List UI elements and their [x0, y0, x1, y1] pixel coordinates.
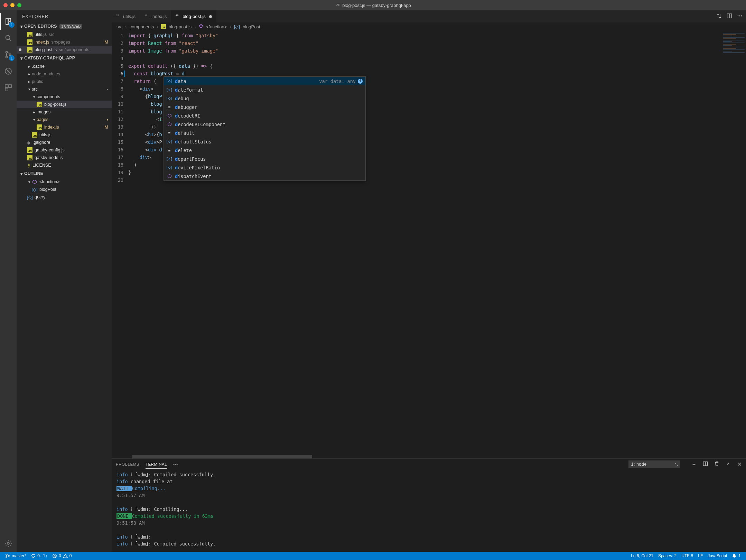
- folder-item[interactable]: ▾components: [17, 93, 112, 101]
- breadcrumb-item[interactable]: blog-post.js: [169, 24, 192, 29]
- outline-list: ▾<function>[◇]blogPost[◇]query: [17, 177, 112, 202]
- suggestion-item[interactable]: [◇]departFocus: [164, 155, 365, 163]
- suggestion-item[interactable]: ≣debugger: [164, 103, 365, 111]
- close-window-button[interactable]: [3, 3, 8, 7]
- notifications[interactable]: 1: [729, 552, 743, 560]
- tab-label: utils.js: [123, 14, 136, 19]
- split-editor-icon[interactable]: [727, 13, 732, 20]
- folder-item[interactable]: ▾pages●: [17, 116, 112, 123]
- settings-button[interactable]: [0, 535, 17, 552]
- file-item[interactable]: ◆.gitignore: [17, 139, 112, 146]
- extensions-view-button[interactable]: [0, 80, 17, 96]
- folder-item[interactable]: ▸.cache: [17, 63, 112, 70]
- suggestion-item[interactable]: [◇]defaultStatus: [164, 137, 365, 146]
- git-branch-status[interactable]: master*: [3, 552, 28, 560]
- minimap[interactable]: [722, 31, 746, 455]
- breadcrumb-item[interactable]: src: [116, 24, 122, 29]
- sync-status[interactable]: 0↓ 1↑: [28, 552, 50, 560]
- outline-item[interactable]: [◇]query: [17, 193, 112, 201]
- info-icon[interactable]: i: [358, 79, 363, 84]
- minimize-window-button[interactable]: [10, 3, 15, 7]
- more-panel-tabs-icon[interactable]: •••: [173, 460, 178, 468]
- outline-item[interactable]: [◇]blogPost: [17, 186, 112, 193]
- chevron-down-icon: ▾: [32, 95, 37, 99]
- maximize-window-button[interactable]: [17, 3, 21, 7]
- eol[interactable]: LF: [696, 552, 705, 560]
- open-editor-item[interactable]: JSutils.jssrc: [17, 31, 112, 38]
- open-editor-item[interactable]: JSindex.jssrc/pagesM: [17, 38, 112, 46]
- chevron-down-icon: ▾: [27, 87, 32, 92]
- svg-point-0: [6, 36, 10, 40]
- license-file-icon: ⚷: [27, 163, 30, 168]
- language-mode[interactable]: JavaScript: [705, 552, 729, 560]
- compare-changes-icon[interactable]: [716, 13, 722, 20]
- indentation[interactable]: Spaces: 2: [656, 552, 679, 560]
- suggestion-label: dateFormat: [175, 87, 203, 93]
- explorer-view-button[interactable]: 1: [0, 13, 17, 30]
- terminal-selector[interactable]: 1: node: [628, 460, 680, 468]
- breadcrumb-item[interactable]: components: [130, 24, 154, 29]
- scm-view-button[interactable]: 1: [0, 46, 17, 63]
- breadcrumb-item[interactable]: <function>: [206, 24, 227, 29]
- problems-status[interactable]: 0 0: [50, 552, 74, 560]
- cursor-position[interactable]: Ln 6, Col 21: [628, 552, 656, 560]
- suggestion-label: debugger: [175, 104, 197, 110]
- more-actions-icon[interactable]: [737, 13, 743, 20]
- suggestion-label: decodeURIComponent: [175, 122, 225, 127]
- file-item[interactable]: ⚷LICENSE: [17, 161, 112, 169]
- file-item[interactable]: JSblog-post.js: [17, 101, 112, 108]
- folder-item[interactable]: ▸images: [17, 108, 112, 116]
- file-item[interactable]: JSgatsby-config.js: [17, 146, 112, 154]
- breadcrumbs[interactable]: src › components › JS blog-post.js › <fu…: [112, 22, 746, 31]
- suggestion-item[interactable]: [◇]debug: [164, 94, 365, 103]
- suggestion-item[interactable]: [◇]datavar data: any i: [164, 77, 365, 85]
- folder-item[interactable]: ▸node_modules: [17, 70, 112, 78]
- chevron-right-icon: ›: [157, 24, 158, 29]
- suggestion-item[interactable]: ≣default: [164, 129, 365, 137]
- search-view-button[interactable]: [0, 30, 17, 46]
- problems-tab[interactable]: PROBLEMS: [116, 460, 139, 468]
- kill-terminal-icon[interactable]: [714, 461, 719, 467]
- folder-item[interactable]: ▾src●: [17, 85, 112, 93]
- suggestion-item[interactable]: dispatchEvent: [164, 172, 365, 180]
- file-path: src: [49, 32, 55, 37]
- suggestion-item[interactable]: decodeURI: [164, 111, 365, 120]
- file-name: index.js: [44, 125, 59, 130]
- file-item[interactable]: JSgatsby-node.js: [17, 154, 112, 161]
- file-name: gatsby-config.js: [35, 148, 65, 152]
- suggestion-item[interactable]: [◇]devicePixelRatio: [164, 163, 365, 172]
- breadcrumb-item[interactable]: blogPost: [243, 24, 260, 29]
- suggestion-item[interactable]: decodeURIComponent: [164, 120, 365, 129]
- folder-item[interactable]: ▸public: [17, 78, 112, 85]
- project-header[interactable]: ▾ GATSBY-GRAPHQL-APP: [17, 54, 112, 62]
- new-terminal-icon[interactable]: ＋: [691, 461, 697, 468]
- suggestion-item[interactable]: [◇]dateFormat: [164, 85, 365, 94]
- file-item[interactable]: JSutils.js: [17, 131, 112, 139]
- close-panel-icon[interactable]: ✕: [737, 461, 742, 467]
- horizontal-scrollbar[interactable]: [112, 455, 746, 458]
- maximize-panel-icon[interactable]: ＾: [726, 461, 731, 468]
- js-file-icon: JS: [27, 39, 32, 45]
- split-terminal-icon[interactable]: [703, 461, 708, 467]
- chevron-down-icon: ▾: [19, 171, 24, 176]
- git-status: M: [105, 125, 108, 130]
- editor-tab[interactable]: JSblog-post.js: [171, 10, 216, 22]
- open-editors-header[interactable]: ▾ OPEN EDITORS 1 UNSAVED: [17, 22, 112, 30]
- scrollbar-thumb[interactable]: [132, 455, 312, 458]
- code-editor[interactable]: 1234567891011121314151617181920 import {…: [112, 31, 746, 455]
- terminal-line: 9:51:58 AM: [116, 520, 741, 526]
- autocomplete-popup[interactable]: [◇]datavar data: any i[◇]dateFormat[◇]de…: [164, 76, 366, 181]
- open-editor-item[interactable]: JSblog-post.jssrc/components: [17, 46, 112, 54]
- editor-tab[interactable]: JSindex.js: [140, 10, 171, 22]
- editor-tab[interactable]: JSutils.js: [112, 10, 140, 22]
- outline-header[interactable]: ▾ OUTLINE: [17, 170, 112, 177]
- explorer-title: EXPLORER: [17, 10, 112, 22]
- outline-item[interactable]: ▾<function>: [17, 178, 112, 186]
- file-item[interactable]: JSindex.jsM: [17, 123, 112, 131]
- terminal-output[interactable]: info ℹ ｢wdm｣: Compiled successfully.info…: [112, 470, 746, 552]
- terminal-tab[interactable]: TERMINAL: [146, 460, 167, 469]
- suggestion-item[interactable]: ≣delete: [164, 146, 365, 155]
- file-tree: ▸.cache▸node_modules▸public▾src●▾compone…: [17, 62, 112, 170]
- debug-view-button[interactable]: [0, 63, 17, 80]
- encoding[interactable]: UTF-8: [679, 552, 696, 560]
